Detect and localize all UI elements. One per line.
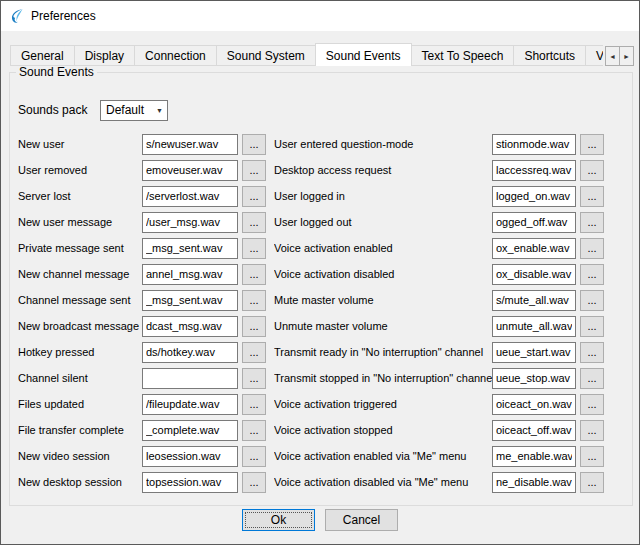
event-file-input[interactable] (142, 160, 238, 181)
sound-event-row: New user... (18, 131, 266, 157)
browse-button[interactable]: ... (242, 134, 266, 155)
browse-button[interactable]: ... (242, 472, 266, 493)
browse-button[interactable]: ... (580, 264, 604, 285)
event-file-input[interactable] (492, 212, 576, 233)
tab-bar: GeneralDisplayConnectionSound SystemSoun… (10, 43, 603, 66)
browse-button[interactable]: ... (580, 134, 604, 155)
events-column-right: User entered question-mode...Desktop acc… (274, 131, 604, 495)
event-file-input[interactable] (142, 212, 238, 233)
browse-button[interactable]: ... (580, 290, 604, 311)
tab-sound-system[interactable]: Sound System (216, 45, 316, 66)
event-file-input[interactable] (142, 472, 238, 493)
sounds-pack-value: Default (106, 103, 144, 117)
event-file-input[interactable] (142, 446, 238, 467)
tab-display[interactable]: Display (74, 45, 135, 66)
sound-event-row: Files updated... (18, 391, 266, 417)
tab-shortcuts[interactable]: Shortcuts (513, 45, 586, 66)
browse-button[interactable]: ... (242, 446, 266, 467)
browse-button[interactable]: ... (242, 368, 266, 389)
event-file-input[interactable] (142, 264, 238, 285)
sound-event-row: Voice activation enabled via "Me" menu..… (274, 443, 604, 469)
event-file-input[interactable] (492, 446, 576, 467)
browse-button[interactable]: ... (242, 160, 266, 181)
event-file-input[interactable] (492, 238, 576, 259)
browse-button[interactable]: ... (580, 446, 604, 467)
browse-button[interactable]: ... (242, 420, 266, 441)
event-file-input[interactable] (492, 472, 576, 493)
sound-event-row: Mute master volume... (274, 287, 604, 313)
event-file-input[interactable] (142, 368, 238, 389)
event-file-input[interactable] (142, 134, 238, 155)
tab-scroll-left-icon[interactable]: ◄ (605, 46, 620, 66)
browse-button[interactable]: ... (580, 186, 604, 207)
event-label: Hotkey pressed (18, 346, 142, 358)
event-file-input[interactable] (492, 264, 576, 285)
tab-text-to-speech[interactable]: Text To Speech (411, 45, 515, 66)
event-file-input[interactable] (142, 186, 238, 207)
sounds-pack-dropdown[interactable]: Default ▼ (100, 100, 168, 121)
sound-event-row: Voice activation stopped... (274, 417, 604, 443)
sound-event-row: Voice activation enabled... (274, 235, 604, 261)
browse-button[interactable]: ... (580, 212, 604, 233)
event-label: New channel message (18, 268, 142, 280)
ok-button[interactable]: Ok (242, 509, 315, 531)
browse-button[interactable]: ... (580, 160, 604, 181)
browse-button[interactable]: ... (242, 316, 266, 337)
browse-button[interactable]: ... (242, 264, 266, 285)
event-label: Files updated (18, 398, 142, 410)
event-label: New broadcast message (18, 320, 142, 332)
browse-button[interactable]: ... (580, 420, 604, 441)
event-file-input[interactable] (492, 160, 576, 181)
browse-button[interactable]: ... (580, 472, 604, 493)
cancel-button[interactable]: Cancel (325, 509, 398, 531)
event-file-input[interactable] (492, 394, 576, 415)
sounds-pack-label: Sounds pack (18, 103, 100, 117)
event-file-input[interactable] (492, 420, 576, 441)
event-label: New user (18, 138, 142, 150)
sound-event-row: User entered question-mode... (274, 131, 604, 157)
tab-sound-events[interactable]: Sound Events (315, 43, 412, 66)
sound-event-row: New channel message... (18, 261, 266, 287)
event-label: Transmit ready in "No interruption" chan… (274, 346, 492, 358)
browse-button[interactable]: ... (242, 394, 266, 415)
event-label: Server lost (18, 190, 142, 202)
tab-scroll-right-icon[interactable]: ► (619, 46, 634, 66)
tab-connection[interactable]: Connection (134, 45, 217, 66)
event-file-input[interactable] (142, 342, 238, 363)
event-file-input[interactable] (142, 238, 238, 259)
event-file-input[interactable] (142, 394, 238, 415)
browse-button[interactable]: ... (580, 238, 604, 259)
event-file-input[interactable] (492, 316, 576, 337)
sound-event-row: Server lost... (18, 183, 266, 209)
browse-button[interactable]: ... (580, 316, 604, 337)
event-file-input[interactable] (492, 186, 576, 207)
browse-button[interactable]: ... (580, 368, 604, 389)
sound-event-row: New desktop session... (18, 469, 266, 495)
browse-button[interactable]: ... (580, 394, 604, 415)
group-title: Sound Events (16, 65, 97, 79)
event-file-input[interactable] (492, 368, 576, 389)
browse-button[interactable]: ... (242, 290, 266, 311)
event-label: File transfer complete (18, 424, 142, 436)
tab-video[interactable]: Video (585, 45, 603, 66)
browse-button[interactable]: ... (242, 342, 266, 363)
sound-event-row: Unmute master volume... (274, 313, 604, 339)
browse-button[interactable]: ... (242, 186, 266, 207)
event-file-input[interactable] (492, 342, 576, 363)
tab-scroll-buttons: ◄ ► (605, 46, 634, 66)
event-file-input[interactable] (492, 290, 576, 311)
browse-button[interactable]: ... (580, 342, 604, 363)
sound-event-row: Channel silent... (18, 365, 266, 391)
dialog-buttons: Ok Cancel (1, 509, 639, 531)
tab-general[interactable]: General (10, 45, 75, 66)
browse-button[interactable]: ... (242, 212, 266, 233)
event-file-input[interactable] (142, 420, 238, 441)
browse-button[interactable]: ... (242, 238, 266, 259)
event-file-input[interactable] (492, 134, 576, 155)
event-file-input[interactable] (142, 290, 238, 311)
titlebar[interactable]: Preferences (1, 1, 639, 31)
event-label: New user message (18, 216, 142, 228)
event-label: Voice activation stopped (274, 424, 492, 436)
event-file-input[interactable] (142, 316, 238, 337)
sound-event-row: Desktop access request... (274, 157, 604, 183)
